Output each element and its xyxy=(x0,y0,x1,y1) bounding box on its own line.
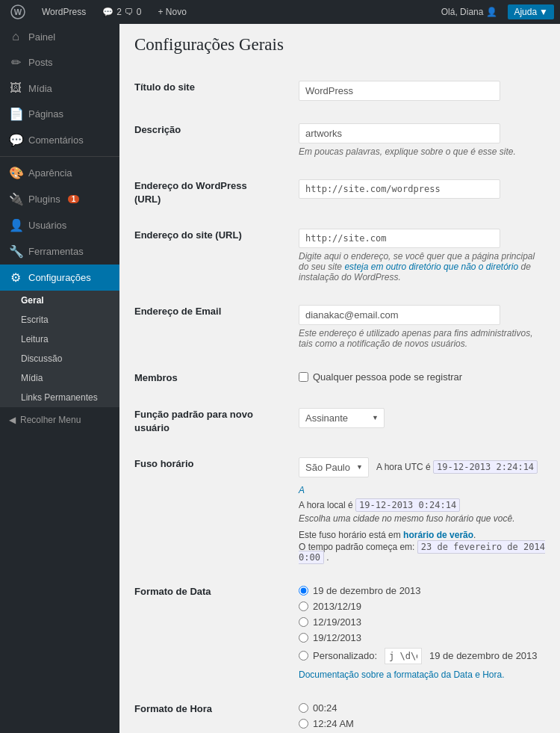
collapse-label: Recolher Menu xyxy=(20,415,81,425)
time-opt2-text: 12:24 AM xyxy=(313,718,354,729)
timezone-row: São Paulo UTC A hora UTC é 19-12-2013 2:… xyxy=(299,457,545,495)
date-opt2-radio[interactable] xyxy=(299,601,308,611)
comentarios-icon: 💬 xyxy=(9,133,22,147)
time-opt1-label[interactable]: 00:24 xyxy=(299,702,545,714)
date-opt3-label[interactable]: 12/19/2013 xyxy=(299,616,545,628)
utc-value: 19-12-2013 2:24:14 xyxy=(433,460,538,474)
sidebar-item-midia[interactable]: 🖼 Mídia xyxy=(0,75,119,101)
paginas-icon: 📄 xyxy=(9,107,22,121)
bubble-icon: 🗨 xyxy=(125,7,134,17)
collapse-icon: ◀ xyxy=(9,415,16,425)
help-button[interactable]: Ajuda ▼ xyxy=(508,4,554,19)
date-opt5-label[interactable]: Personalizado: 19 de dezembro de 2013 xyxy=(299,648,545,664)
site-url-link[interactable]: esteja em outro diretório que não o dire… xyxy=(344,262,518,272)
row-membros: Membros Qualquer pessoa pode se registra… xyxy=(134,360,545,396)
painel-icon: ⌂ xyxy=(9,30,22,43)
fuso-summer-link[interactable]: horário de verão xyxy=(403,530,473,540)
plugins-icon: 🔌 xyxy=(9,192,22,206)
time-format-group: 00:24 12:24 AM Personalizado: xyxy=(299,702,545,733)
sidebar-item-paginas[interactable]: 📄 Páginas xyxy=(0,101,119,127)
date-opt2-label[interactable]: 2013/12/19 xyxy=(299,601,545,612)
sidebar-item-plugins[interactable]: 🔌 Plugins 1 xyxy=(0,186,119,212)
submenu-geral[interactable]: Geral xyxy=(0,291,119,310)
time-opt2-label[interactable]: 12:24 AM xyxy=(299,718,545,729)
date-opt4-radio[interactable] xyxy=(299,633,308,643)
aparencia-icon: 🎨 xyxy=(9,166,22,180)
local-time-row: A hora local é 19-12-2013 0:24:14 xyxy=(299,500,545,510)
timezone-link[interactable]: A xyxy=(299,485,305,495)
site-url-input[interactable] xyxy=(299,229,500,248)
email-label: Endereço de Email xyxy=(134,294,299,360)
plugins-badge: 1 xyxy=(68,195,80,203)
sidebar-item-usuarios[interactable]: 👤 Usuários xyxy=(0,212,119,238)
fuso-choose: Escolha uma cidade no mesmo fuso horário… xyxy=(299,513,545,524)
membros-checkbox[interactable] xyxy=(299,372,308,382)
sidebar-item-painel[interactable]: ⌂ Painel xyxy=(0,24,119,49)
adminbar-wp-logo[interactable]: W xyxy=(6,0,30,24)
date-format-doc-link[interactable]: Documentação sobre a formatação da Data … xyxy=(299,669,504,680)
wp-logo-icon: W xyxy=(10,4,25,19)
row-description: Descrição Em poucas palavras, explique s… xyxy=(134,112,545,168)
description-input[interactable] xyxy=(299,123,500,143)
adminbar-comments[interactable]: 💬 2 🗨 0 xyxy=(98,0,146,24)
row-site-title: Título do site xyxy=(134,69,545,112)
formato-data-cell: 19 de dezembro de 2013 2013/12/19 12/19/… xyxy=(299,574,545,691)
ferramentas-label: Ferramentas xyxy=(28,246,84,257)
email-input[interactable] xyxy=(299,305,500,325)
row-funcao: Função padrão para novousuário Assinante… xyxy=(134,397,545,446)
funcao-select-wrap: Assinante Autor Editor Administrador xyxy=(299,408,385,428)
time-opt2-radio[interactable] xyxy=(299,719,308,729)
sidebar-item-posts[interactable]: ✏ Posts xyxy=(0,49,119,75)
sidebar-item-ferramentas[interactable]: 🔧 Ferramentas xyxy=(0,238,119,265)
sidebar-item-aparencia[interactable]: 🎨 Aparência xyxy=(0,160,119,186)
content-area: Configurações Gerais Título do site xyxy=(119,24,560,733)
paginas-label: Páginas xyxy=(28,108,63,120)
local-time-value: 19-12-2013 0:24:14 xyxy=(355,498,460,512)
date-opt3-radio[interactable] xyxy=(299,617,308,627)
fuso-summer: Este fuso horário está em horário de ver… xyxy=(299,530,545,540)
aparencia-label: Aparência xyxy=(28,167,72,179)
submenu-midia[interactable]: Mídia xyxy=(0,368,119,388)
row-fuso: Fuso horário São Paulo UTC xyxy=(134,446,545,574)
date-opt2-text: 2013/12/19 xyxy=(313,601,361,612)
wp-layout: ⌂ Painel ✏ Posts 🖼 Mídia 📄 Páginas 💬 Com… xyxy=(0,24,560,733)
date-opt4-label[interactable]: 19/12/2013 xyxy=(299,632,545,643)
date-opt1-label[interactable]: 19 de dezembro de 2013 xyxy=(299,585,545,596)
date-opt5-radio[interactable] xyxy=(299,651,308,661)
description-label: Descrição xyxy=(134,112,299,168)
date-opt1-radio[interactable] xyxy=(299,586,308,596)
midia-label: Mídia xyxy=(28,83,52,94)
configuracoes-submenu: Geral Escrita Leitura Discussão Mídia Li… xyxy=(0,291,119,407)
sidebar: ⌂ Painel ✏ Posts 🖼 Mídia 📄 Páginas 💬 Com… xyxy=(0,24,119,733)
fuso-label: Fuso horário xyxy=(134,446,299,574)
adminbar-site-name[interactable]: WordPress xyxy=(37,0,90,24)
collapse-menu-button[interactable]: ◀ Recolher Menu xyxy=(0,407,119,433)
adminbar-new[interactable]: + Novo xyxy=(154,0,191,24)
submenu-links[interactable]: Links Permanentes xyxy=(0,388,119,407)
new-label: + Novo xyxy=(158,7,187,17)
description-hint: Em poucas palavras, explique sobre o que… xyxy=(299,146,545,157)
submenu-discussao[interactable]: Discussão xyxy=(0,349,119,368)
admin-bar: W WordPress 💬 2 🗨 0 + Novo Olá, Diana 👤 … xyxy=(0,0,560,24)
membros-checkbox-label[interactable]: Qualquer pessoa pode se registrar xyxy=(299,371,545,383)
fuso-select[interactable]: São Paulo UTC xyxy=(299,457,369,477)
date-opt3-text: 12/19/2013 xyxy=(313,616,361,628)
sidebar-item-configuracoes[interactable]: ⚙ Configurações xyxy=(0,265,119,291)
site-title-input[interactable] xyxy=(299,81,500,101)
membros-label: Membros xyxy=(134,360,299,396)
settings-table: Título do site Descrição Em poucas palav… xyxy=(134,69,545,733)
adminbar-user[interactable]: Olá, Diana 👤 xyxy=(437,0,503,24)
submenu-escrita[interactable]: Escrita xyxy=(0,310,119,330)
submenu-leitura[interactable]: Leitura xyxy=(0,330,119,349)
email-hint: Este endereço é utilizado apenas para fi… xyxy=(299,328,545,349)
sidebar-item-comentarios[interactable]: 💬 Comentários xyxy=(0,127,119,153)
menu-separator-1 xyxy=(0,156,119,157)
date-custom-input[interactable] xyxy=(385,648,422,664)
time-opt1-radio[interactable] xyxy=(299,703,308,713)
wp-url-input[interactable] xyxy=(299,179,500,199)
funcao-select[interactable]: Assinante Autor Editor Administrador xyxy=(299,408,385,428)
painel-label: Painel xyxy=(28,31,55,43)
email-cell: Este endereço é utilizado apenas para fi… xyxy=(299,294,545,360)
row-site-url: Endereço do site (URL) Digite aqui o end… xyxy=(134,217,545,294)
site-url-label: Endereço do site (URL) xyxy=(134,217,299,294)
